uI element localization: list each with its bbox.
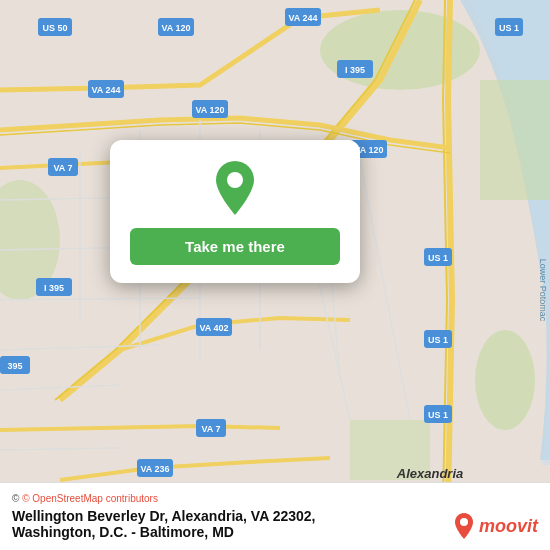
- take-me-there-button[interactable]: Take me there: [130, 228, 340, 265]
- osm-link[interactable]: © OpenStreetMap contributors: [22, 493, 158, 504]
- moovit-brand-text: moovit: [479, 516, 538, 537]
- svg-text:VA 244: VA 244: [288, 13, 317, 23]
- svg-text:VA 236: VA 236: [140, 464, 169, 474]
- osm-copyright-icon: ©: [12, 493, 19, 504]
- svg-text:VA 120: VA 120: [195, 105, 224, 115]
- svg-line-13: [0, 345, 160, 350]
- svg-rect-1: [480, 80, 550, 200]
- svg-line-14: [0, 385, 120, 390]
- svg-text:VA 402: VA 402: [199, 323, 228, 333]
- svg-text:VA 120: VA 120: [161, 23, 190, 33]
- svg-point-55: [460, 518, 468, 526]
- svg-text:VA 7: VA 7: [201, 424, 220, 434]
- svg-text:VA 244: VA 244: [91, 85, 120, 95]
- svg-point-3: [475, 330, 535, 430]
- svg-text:Lower Potomac: Lower Potomac: [538, 259, 548, 322]
- svg-text:Alexandria: Alexandria: [396, 466, 463, 481]
- svg-text:US 1: US 1: [428, 253, 448, 263]
- map-pin-area: [205, 158, 265, 218]
- moovit-logo: moovit: [453, 512, 538, 540]
- moovit-pin-icon: [453, 512, 475, 540]
- svg-text:US 1: US 1: [428, 410, 448, 420]
- svg-text:US 50: US 50: [42, 23, 67, 33]
- osm-attribution: © © OpenStreetMap contributors: [12, 493, 538, 504]
- svg-text:US 1: US 1: [499, 23, 519, 33]
- popup-overlay: Take me there: [110, 140, 360, 283]
- svg-text:VA 7: VA 7: [53, 163, 72, 173]
- bottom-bar: © © OpenStreetMap contributors Wellingto…: [0, 482, 550, 550]
- svg-point-54: [227, 172, 243, 188]
- svg-line-15: [0, 448, 120, 450]
- svg-line-17: [360, 160, 410, 420]
- svg-text:I 395: I 395: [44, 283, 64, 293]
- location-pin-icon: [210, 159, 260, 217]
- svg-text:US 1: US 1: [428, 335, 448, 345]
- svg-text:I 395: I 395: [345, 65, 365, 75]
- map-container: US 50 VA 120 VA 244 US 1 VA 244 VA 120 I…: [0, 0, 550, 550]
- svg-text:395: 395: [7, 361, 22, 371]
